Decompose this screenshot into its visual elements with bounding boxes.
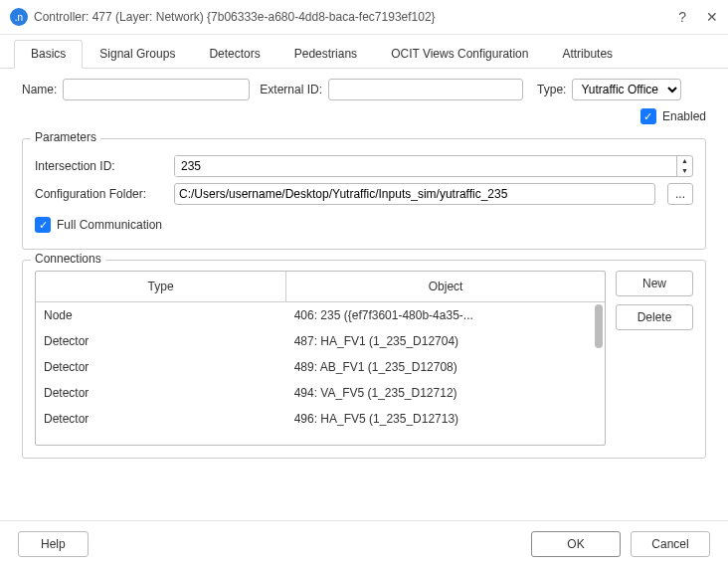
window-title: Controller: 477 (Layer: Network) {7b0633… bbox=[34, 10, 678, 24]
help-button[interactable]: Help bbox=[18, 531, 89, 557]
tab-basics[interactable]: Basics bbox=[14, 40, 83, 69]
table-row[interactable]: Detector487: HA_FV1 (1_235_D12704) bbox=[36, 328, 605, 354]
type-label: Type: bbox=[537, 83, 566, 96]
full-communication-row: ✓ Full Communication bbox=[35, 217, 693, 233]
intersection-id-label: Intersection ID: bbox=[35, 159, 166, 173]
table-row[interactable]: Detector494: VA_FV5 (1_235_D12712) bbox=[36, 380, 605, 406]
parameters-legend: Parameters bbox=[31, 130, 100, 144]
enabled-row: ✓ Enabled bbox=[0, 100, 728, 132]
tabbar: Basics Signal Groups Detectors Pedestria… bbox=[0, 35, 728, 69]
config-folder-input[interactable] bbox=[174, 183, 655, 205]
connections-legend: Connections bbox=[31, 252, 105, 266]
config-folder-row: Configuration Folder: ... bbox=[35, 183, 693, 205]
external-id-label: External ID: bbox=[260, 83, 322, 96]
col-object-header[interactable]: Object bbox=[286, 272, 605, 302]
name-input[interactable] bbox=[63, 79, 250, 100]
spin-down-icon[interactable]: ▼ bbox=[677, 166, 692, 176]
cell-object: 494: VA_FV5 (1_235_D12712) bbox=[286, 380, 605, 406]
intersection-id-spinner[interactable]: ▲ ▼ bbox=[174, 155, 693, 177]
type-select[interactable]: Yutraffic Office bbox=[572, 79, 681, 100]
browse-button[interactable]: ... bbox=[667, 183, 693, 205]
delete-button[interactable]: Delete bbox=[616, 304, 693, 330]
enabled-checkbox[interactable]: ✓ bbox=[640, 108, 656, 124]
tab-signal-groups[interactable]: Signal Groups bbox=[83, 40, 192, 69]
config-folder-label: Configuration Folder: bbox=[35, 187, 166, 201]
connections-table[interactable]: Type Object Node406: 235 ({ef7f3601-480b… bbox=[35, 271, 606, 446]
parameters-fieldset: Parameters Intersection ID: ▲ ▼ Configur… bbox=[22, 138, 706, 250]
spin-up-icon[interactable]: ▲ bbox=[677, 156, 692, 166]
table-row[interactable]: Detector496: HA_FV5 (1_235_D12713) bbox=[36, 406, 605, 432]
titlebar: .n Controller: 477 (Layer: Network) {7b0… bbox=[0, 0, 728, 34]
cell-type: Detector bbox=[36, 328, 286, 354]
cell-object: 406: 235 ({ef7f3601-480b-4a35-... bbox=[286, 302, 605, 328]
footer: Help OK Cancel bbox=[0, 520, 728, 567]
cell-object: 487: HA_FV1 (1_235_D12704) bbox=[286, 328, 605, 354]
help-icon[interactable]: ? bbox=[678, 9, 686, 25]
ok-button[interactable]: OK bbox=[531, 531, 621, 557]
table-row[interactable]: Detector489: AB_FV1 (1_235_D12708) bbox=[36, 354, 605, 380]
cell-type: Detector bbox=[36, 380, 286, 406]
cancel-button[interactable]: Cancel bbox=[631, 531, 710, 557]
app-icon: .n bbox=[10, 8, 28, 26]
tab-attributes[interactable]: Attributes bbox=[545, 40, 630, 69]
scrollbar-thumb[interactable] bbox=[595, 304, 603, 348]
connections-fieldset: Connections Type Object Node406: 235 ({e… bbox=[22, 260, 706, 459]
tab-ocit-views[interactable]: OCIT Views Configuration bbox=[374, 40, 545, 69]
full-communication-checkbox[interactable]: ✓ bbox=[35, 217, 51, 233]
tab-pedestrians[interactable]: Pedestrians bbox=[277, 40, 374, 69]
col-type-header[interactable]: Type bbox=[36, 272, 286, 302]
cell-type: Detector bbox=[36, 406, 286, 432]
spin-buttons[interactable]: ▲ ▼ bbox=[676, 156, 692, 176]
cell-object: 489: AB_FV1 (1_235_D12708) bbox=[286, 354, 605, 380]
full-communication-label: Full Communication bbox=[57, 218, 162, 232]
cell-object: 496: HA_FV5 (1_235_D12713) bbox=[286, 406, 605, 432]
name-row: Name: External ID: Type: Yutraffic Offic… bbox=[0, 69, 728, 100]
intersection-id-row: Intersection ID: ▲ ▼ bbox=[35, 155, 693, 177]
new-button[interactable]: New bbox=[616, 271, 693, 296]
enabled-label: Enabled bbox=[662, 109, 706, 123]
close-icon[interactable]: ✕ bbox=[706, 9, 718, 25]
cell-type: Detector bbox=[36, 354, 286, 380]
name-label: Name: bbox=[22, 83, 57, 96]
tab-detectors[interactable]: Detectors bbox=[192, 40, 276, 69]
table-row[interactable]: Node406: 235 ({ef7f3601-480b-4a35-... bbox=[36, 302, 605, 328]
external-id-input[interactable] bbox=[328, 79, 523, 100]
cell-type: Node bbox=[36, 302, 286, 328]
intersection-id-input[interactable] bbox=[175, 156, 676, 176]
